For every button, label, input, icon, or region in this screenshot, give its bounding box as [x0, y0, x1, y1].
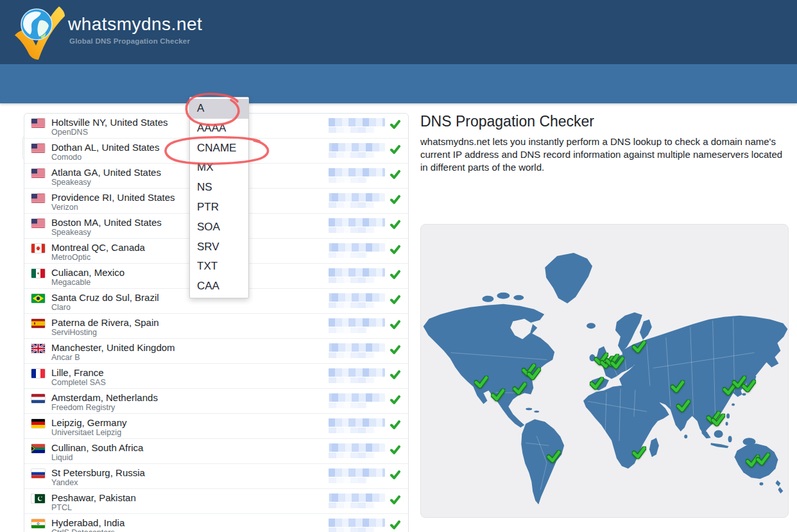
record-type-menu: A AAAA CNAME MX NS PTR SOA SRV TXT CAA: [189, 97, 249, 298]
check-icon: [390, 470, 400, 482]
country-flag-icon: [31, 269, 45, 278]
redacted-dns-value: [329, 168, 385, 183]
redacted-dns-value: [329, 418, 385, 433]
country-flag-icon: [31, 194, 45, 203]
check-icon: [390, 370, 400, 382]
redacted-dns-value: [329, 368, 385, 383]
check-icon: [390, 495, 400, 507]
country-flag-icon: [31, 519, 45, 528]
server-provider: Freedom Registry: [51, 403, 329, 413]
redacted-dns-value: [329, 343, 385, 358]
world-map-panel: [420, 224, 789, 518]
server-provider: Universitaet Leipzig: [51, 428, 329, 438]
server-provider: Completel SAS: [51, 378, 329, 388]
record-type-option[interactable]: MX: [190, 158, 248, 178]
map-check-icon: [527, 367, 541, 380]
country-flag-icon: [31, 219, 45, 228]
server-provider: Ancar B: [51, 353, 329, 363]
redacted-dns-value: [329, 393, 385, 408]
map-check-icon: [711, 413, 725, 426]
check-icon: [390, 270, 400, 282]
record-type-option[interactable]: CNAME: [190, 139, 248, 159]
record-type-option[interactable]: AAAA: [190, 119, 248, 139]
check-icon: [390, 220, 400, 232]
map-check-icon: [513, 382, 527, 395]
server-location: Hyderabad, India: [51, 517, 329, 528]
map-check-icon: [632, 340, 646, 353]
record-type-option[interactable]: PTR: [190, 198, 248, 218]
record-type-option[interactable]: NS: [190, 178, 248, 198]
server-location: Manchester, United Kingdom: [51, 342, 329, 353]
check-icon: [390, 320, 400, 332]
country-flag-icon: [31, 294, 45, 303]
server-location: Cullinan, South Africa: [51, 442, 329, 453]
map-check-icon: [742, 379, 756, 392]
server-result-row: Amsterdam, Netherlands Freedom Registry: [24, 389, 408, 414]
server-provider: Yandex: [51, 478, 329, 488]
server-provider: PTCL: [51, 503, 329, 513]
page-title: DNS Propagation Checker: [420, 113, 594, 130]
server-provider: Liquid: [51, 453, 329, 463]
record-type-option[interactable]: CAA: [190, 277, 248, 296]
country-flag-icon: [31, 369, 45, 378]
server-location: St Petersburg, Russia: [51, 467, 329, 478]
redacted-dns-value: [329, 243, 385, 258]
country-flag-icon: [31, 444, 45, 453]
redacted-dns-value: [329, 493, 385, 508]
country-flag-icon: [31, 419, 45, 428]
map-check-icon: [491, 388, 505, 401]
brand-title[interactable]: whatsmydns.net: [68, 14, 202, 35]
brand-tagline: Global DNS Propagation Checker: [69, 37, 190, 45]
server-result-row: Lille, France Completel SAS: [24, 364, 408, 389]
map-check-icon: [547, 450, 561, 463]
redacted-dns-value: [329, 519, 385, 532]
server-location: Leipzig, Germany: [51, 417, 329, 428]
record-type-option[interactable]: A: [190, 99, 248, 119]
redacted-dns-value: [329, 268, 385, 283]
redacted-dns-value: [329, 218, 385, 233]
redacted-dns-value: [329, 443, 385, 458]
country-flag-icon: [31, 144, 45, 153]
search-bar: A ⚙ Search: [0, 64, 797, 103]
server-result-row: Hyderabad, India CtrlS Datacenters: [24, 514, 408, 532]
whatsmydns-logo-icon: [10, 4, 67, 62]
country-flag-icon: [31, 119, 45, 128]
server-provider: ServiHosting: [51, 328, 329, 338]
server-location: Amsterdam, Netherlands: [51, 392, 329, 403]
map-check-icon: [671, 380, 685, 393]
server-result-row: St Petersburg, Russia Yandex: [24, 464, 408, 489]
country-flag-icon: [31, 494, 45, 503]
server-result-row: Leipzig, Germany Universitaet Leipzig: [24, 414, 408, 439]
check-icon: [390, 520, 400, 532]
check-icon: [390, 145, 400, 157]
server-provider: CtrlS Datacenters: [51, 528, 329, 532]
check-icon: [390, 445, 400, 457]
redacted-dns-value: [329, 118, 385, 133]
country-flag-icon: [31, 169, 45, 178]
check-icon: [390, 195, 400, 207]
server-location: Lille, France: [51, 367, 329, 378]
check-icon: [390, 245, 400, 257]
check-icon: [390, 345, 400, 357]
redacted-dns-value: [329, 468, 385, 483]
map-check-icon: [632, 446, 646, 459]
server-location: Paterna de Rivera, Spain: [51, 317, 329, 328]
check-icon: [390, 295, 400, 307]
country-flag-icon: [31, 319, 45, 328]
redacted-dns-value: [329, 318, 385, 333]
record-type-option[interactable]: TXT: [190, 257, 248, 277]
map-check-icon: [676, 399, 690, 412]
record-type-option[interactable]: SOA: [190, 218, 248, 237]
server-result-row: Paterna de Rivera, Spain ServiHosting: [24, 314, 408, 339]
redacted-dns-value: [329, 143, 385, 158]
server-result-row: Cullinan, South Africa Liquid: [24, 439, 408, 464]
world-map: [421, 225, 789, 518]
map-check-icon: [756, 452, 770, 465]
redacted-dns-value: [329, 293, 385, 308]
map-check-icon: [474, 375, 488, 388]
site-header: whatsmydns.net Global DNS Propagation Ch…: [0, 0, 797, 64]
check-icon: [390, 420, 400, 432]
country-flag-icon: [31, 469, 45, 478]
country-flag-icon: [31, 244, 45, 253]
record-type-option[interactable]: SRV: [190, 237, 248, 257]
